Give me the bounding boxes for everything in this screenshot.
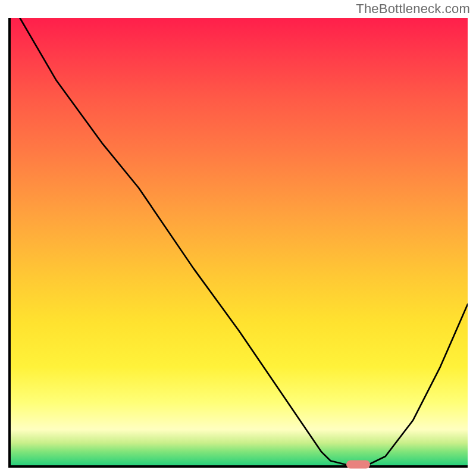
bottleneck-curve [11,18,468,465]
chart-frame: TheBottleneck.com [0,0,476,476]
optimum-marker [346,461,370,469]
watermark-text: TheBottleneck.com [356,1,470,17]
plot-area [8,18,468,468]
curve-path [20,18,468,465]
